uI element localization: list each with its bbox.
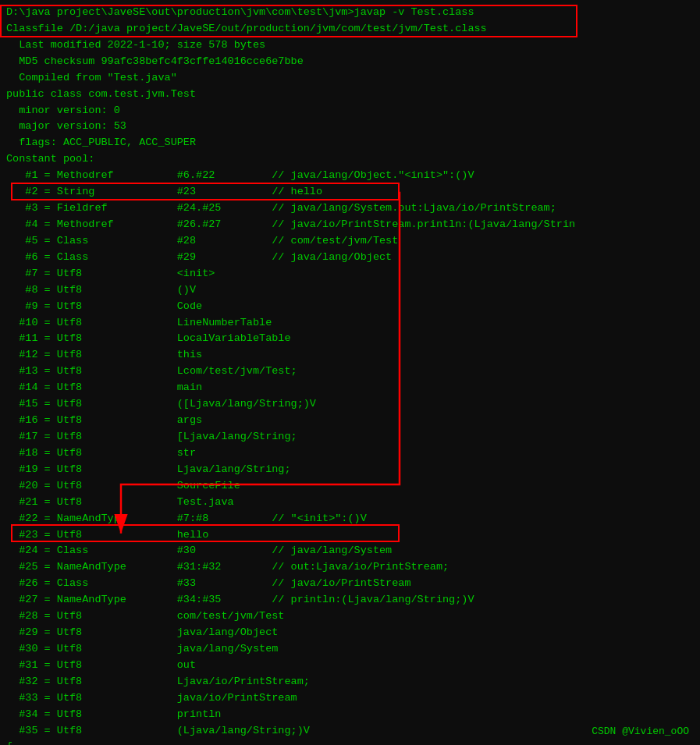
code-line: #22 = NameAndType #7:#8 // "<init>":()V [6, 511, 694, 527]
code-line: #10 = Utf8 LineNumberTable [6, 315, 694, 332]
code-line: #29 = Utf8 java/lang/Object [6, 625, 694, 641]
code-line: #7 = Utf8 <init> [6, 266, 694, 282]
code-line: #1 = Methodref #6.#22 // java/lang/Objec… [6, 168, 694, 184]
code-line: #15 = Utf8 ([Ljava/lang/String;)V [6, 396, 694, 413]
code-line: #9 = Utf8 Code [6, 299, 694, 315]
code-line: #27 = NameAndType #34:#35 // println:(Lj… [6, 592, 694, 608]
code-line: #32 = Utf8 Ljava/io/PrintStream; [6, 674, 694, 690]
code-line: #17 = Utf8 [Ljava/lang/String; [6, 429, 694, 445]
code-line: #23 = Utf8 hello [6, 527, 694, 544]
code-line: #12 = Utf8 this [6, 347, 694, 364]
code-line: #34 = Utf8 println [6, 707, 694, 723]
code-line: #4 = Methodref #26.#27 // java/io/PrintS… [6, 217, 694, 233]
code-line: MD5 checksum 99afc38befc4f3cffe14016cce6… [6, 54, 694, 70]
code-line: #6 = Class #29 // java/lang/Object [6, 250, 694, 266]
code-line: #31 = Utf8 out [6, 658, 694, 674]
code-line: { [6, 739, 694, 745]
code-line: #8 = Utf8 ()V [6, 282, 694, 299]
code-line: #13 = Utf8 Lcom/test/jvm/Test; [6, 364, 694, 380]
code-line: #11 = Utf8 LocalVariableTable [6, 331, 694, 347]
code-line: #20 = Utf8 SourceFile [6, 478, 694, 495]
code-line: Constant pool: [6, 151, 694, 168]
code-line: #28 = Utf8 com/test/jvm/Test [6, 608, 694, 625]
code-line: #30 = Utf8 java/lang/System [6, 641, 694, 658]
code-line: #24 = Class #30 // java/lang/System [6, 543, 694, 559]
code-line: minor version: 0 [6, 103, 694, 119]
code-line: #25 = NameAndType #31:#32 // out:Ljava/i… [6, 559, 694, 576]
code-line: #35 = Utf8 (Ljava/lang/String;)V [6, 723, 694, 740]
code-line: #18 = Utf8 str [6, 445, 694, 462]
code-line: #21 = Utf8 Test.java [6, 495, 694, 511]
code-line: D:\java project\JaveSE\out\production\jv… [6, 5, 694, 21]
code-line: Last modified 2022-1-10; size 578 bytes [6, 37, 694, 54]
code-line: #3 = Fieldref #24.#25 // java/lang/Syste… [6, 200, 694, 217]
code-line: #33 = Utf8 java/io/PrintStream [6, 690, 694, 707]
code-line: #14 = Utf8 main [6, 380, 694, 396]
code-line: Classfile /D:/java project/JaveSE/out/pr… [6, 21, 694, 37]
code-line: #5 = Class #28 // com/test/jvm/Test [6, 233, 694, 250]
code-line: public class com.test.jvm.Test [6, 87, 694, 103]
code-line: Compiled from "Test.java" [6, 70, 694, 87]
code-line: major version: 53 [6, 119, 694, 135]
terminal: D:\java project\JaveSE\out\production\jv… [0, 0, 700, 745]
code-line: flags: ACC_PUBLIC, ACC_SUPER [6, 135, 694, 151]
watermark: CSDN @Vivien_oOO [592, 725, 689, 737]
code-content: D:\java project\JaveSE\out\production\jv… [6, 5, 694, 745]
code-line: #26 = Class #33 // java/io/PrintStream [6, 576, 694, 592]
code-line: #16 = Utf8 args [6, 413, 694, 429]
code-line: #2 = String #23 // hello [6, 184, 694, 200]
code-line: #19 = Utf8 Ljava/lang/String; [6, 462, 694, 478]
